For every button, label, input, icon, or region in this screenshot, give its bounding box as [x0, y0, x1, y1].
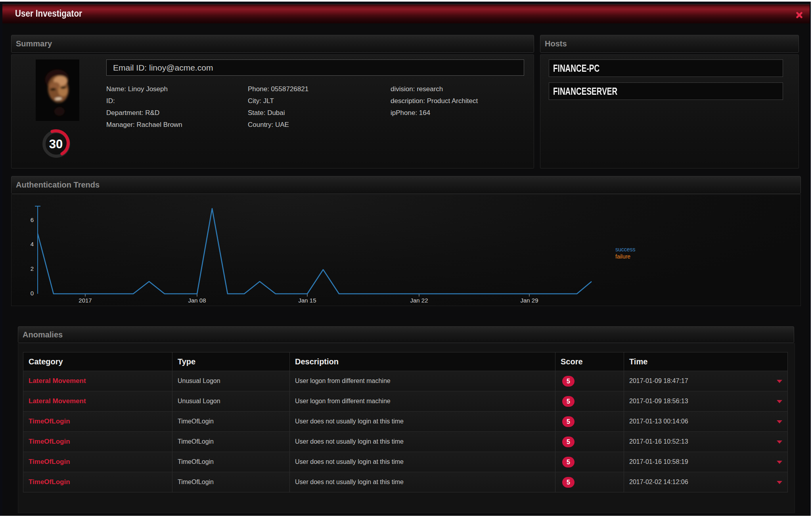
svg-text:Jan 08: Jan 08	[188, 297, 206, 304]
svg-text:30: 30	[49, 137, 63, 151]
svg-text:2017: 2017	[79, 297, 92, 304]
svg-text:6: 6	[31, 216, 34, 223]
svg-text:Jan 22: Jan 22	[410, 297, 428, 304]
svg-text:4: 4	[31, 241, 34, 247]
svg-text:Jan 15: Jan 15	[298, 297, 316, 304]
svg-text:0: 0	[31, 290, 34, 297]
svg-text:2: 2	[31, 265, 34, 272]
svg-text:Jan 29: Jan 29	[520, 297, 538, 304]
